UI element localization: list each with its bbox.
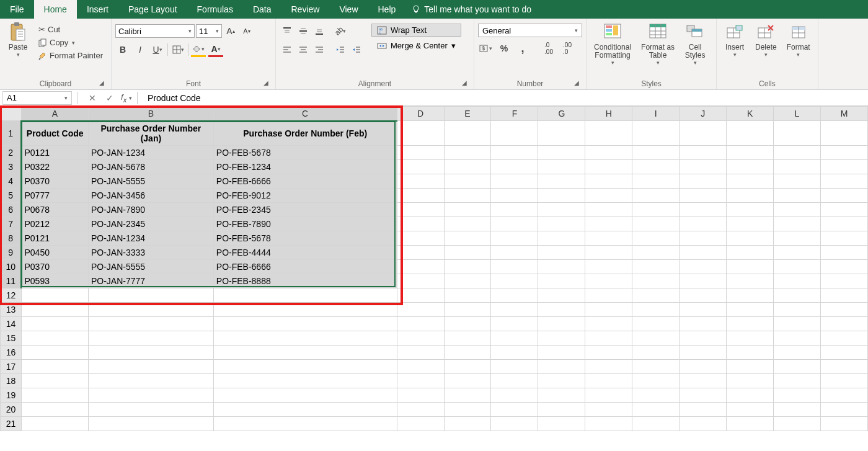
row-header-11[interactable]: 11 bbox=[1, 274, 22, 288]
row-header-4[interactable]: 4 bbox=[1, 174, 22, 189]
cell-D18[interactable] bbox=[397, 374, 444, 388]
cell-H16[interactable] bbox=[585, 346, 632, 360]
bold-button[interactable]: B bbox=[115, 42, 130, 57]
dialog-launcher-icon[interactable]: ◢ bbox=[460, 78, 469, 87]
cell-D15[interactable] bbox=[397, 331, 444, 346]
cell-F8[interactable] bbox=[491, 231, 538, 246]
cell-I5[interactable] bbox=[632, 189, 680, 203]
cell-M3[interactable] bbox=[820, 160, 867, 174]
cell-C15[interactable] bbox=[213, 331, 397, 346]
cell-A17[interactable] bbox=[21, 360, 88, 374]
cell-J13[interactable] bbox=[680, 303, 727, 317]
format-as-table-button[interactable]: Format as Table▾ bbox=[637, 21, 678, 67]
cell-D2[interactable] bbox=[397, 146, 444, 160]
cell-E2[interactable] bbox=[444, 146, 491, 160]
cell-K13[interactable] bbox=[727, 303, 774, 317]
row-header-20[interactable]: 20 bbox=[1, 403, 22, 417]
cell-F17[interactable] bbox=[491, 360, 538, 374]
cell-J15[interactable] bbox=[680, 331, 727, 346]
cell-E19[interactable] bbox=[444, 388, 491, 403]
row-header-16[interactable]: 16 bbox=[1, 346, 22, 360]
column-header-K[interactable]: K bbox=[727, 107, 774, 121]
cell-D14[interactable] bbox=[397, 317, 444, 331]
cell-M13[interactable] bbox=[820, 303, 867, 317]
cell-E9[interactable] bbox=[444, 246, 491, 260]
align-top-button[interactable] bbox=[280, 24, 294, 38]
cell-G21[interactable] bbox=[538, 417, 585, 431]
cell-G18[interactable] bbox=[538, 374, 585, 388]
cell-G12[interactable] bbox=[538, 288, 585, 303]
comma-style-button[interactable]: , bbox=[515, 41, 530, 56]
cell-B19[interactable] bbox=[88, 388, 213, 403]
cell-K21[interactable] bbox=[727, 417, 774, 431]
paste-button[interactable]: Paste ▾ bbox=[4, 21, 32, 59]
row-header-6[interactable]: 6 bbox=[1, 203, 22, 217]
enter-formula-button[interactable]: ✓ bbox=[101, 91, 118, 105]
cell-F11[interactable] bbox=[491, 274, 538, 288]
format-cells-button[interactable]: Format▾ bbox=[783, 21, 814, 59]
cell-G13[interactable] bbox=[538, 303, 585, 317]
cell-K6[interactable] bbox=[727, 203, 774, 217]
cell-M19[interactable] bbox=[820, 388, 867, 403]
accounting-format-button[interactable]: $▾ bbox=[478, 41, 493, 56]
tab-home[interactable]: Home bbox=[34, 0, 77, 19]
cell-C18[interactable] bbox=[213, 374, 397, 388]
cell-E6[interactable] bbox=[444, 203, 491, 217]
cell-A8[interactable]: P0121 bbox=[21, 231, 88, 246]
delete-cells-button[interactable]: Delete▾ bbox=[751, 21, 781, 59]
font-size-select[interactable]: 11▾ bbox=[196, 24, 222, 38]
cell-A3[interactable]: P0322 bbox=[21, 160, 88, 174]
cell-M9[interactable] bbox=[820, 246, 867, 260]
increase-font-button[interactable]: A▴ bbox=[223, 24, 238, 38]
cell-E13[interactable] bbox=[444, 303, 491, 317]
cell-B10[interactable]: PO-JAN-5555 bbox=[88, 260, 213, 274]
decrease-decimal-button[interactable]: .00.0 bbox=[560, 41, 575, 56]
cell-D5[interactable] bbox=[397, 189, 444, 203]
cell-C21[interactable] bbox=[213, 417, 397, 431]
cell-C19[interactable] bbox=[213, 388, 397, 403]
cell-L14[interactable] bbox=[774, 317, 821, 331]
format-painter-button[interactable]: Format Painter bbox=[35, 50, 107, 61]
cell-I11[interactable] bbox=[632, 274, 680, 288]
row-header-14[interactable]: 14 bbox=[1, 317, 22, 331]
cell-K19[interactable] bbox=[727, 388, 774, 403]
cell-I13[interactable] bbox=[632, 303, 680, 317]
row-header-1[interactable]: 1 bbox=[1, 121, 22, 146]
cell-F19[interactable] bbox=[491, 388, 538, 403]
cell-K5[interactable] bbox=[727, 189, 774, 203]
cell-M10[interactable] bbox=[820, 260, 867, 274]
decrease-indent-button[interactable] bbox=[333, 42, 348, 57]
cell-I16[interactable] bbox=[632, 346, 680, 360]
cell-J19[interactable] bbox=[680, 388, 727, 403]
cell-I1[interactable] bbox=[632, 121, 680, 146]
cell-K12[interactable] bbox=[727, 288, 774, 303]
cell-F2[interactable] bbox=[491, 146, 538, 160]
cell-C3[interactable]: PO-FEB-1234 bbox=[213, 160, 397, 174]
cell-I6[interactable] bbox=[632, 203, 680, 217]
font-color-button[interactable]: A▾ bbox=[208, 42, 223, 57]
align-middle-button[interactable] bbox=[296, 24, 311, 38]
column-header-I[interactable]: I bbox=[632, 107, 680, 121]
row-header-15[interactable]: 15 bbox=[1, 331, 22, 346]
cell-I17[interactable] bbox=[632, 360, 680, 374]
cell-M15[interactable] bbox=[820, 331, 867, 346]
row-header-21[interactable]: 21 bbox=[1, 417, 22, 431]
dialog-launcher-icon[interactable]: ◢ bbox=[97, 78, 106, 87]
cell-F16[interactable] bbox=[491, 346, 538, 360]
cell-B18[interactable] bbox=[88, 374, 213, 388]
cell-C11[interactable]: PO-FEB-8888 bbox=[213, 274, 397, 288]
cell-G15[interactable] bbox=[538, 331, 585, 346]
cell-J12[interactable] bbox=[680, 288, 727, 303]
row-header-19[interactable]: 19 bbox=[1, 388, 22, 403]
column-header-B[interactable]: B bbox=[88, 107, 213, 121]
tab-data[interactable]: Data bbox=[243, 0, 281, 19]
cell-L13[interactable] bbox=[774, 303, 821, 317]
cell-F10[interactable] bbox=[491, 260, 538, 274]
row-header-3[interactable]: 3 bbox=[1, 160, 22, 174]
cell-M14[interactable] bbox=[820, 317, 867, 331]
cell-F6[interactable] bbox=[491, 203, 538, 217]
cell-B13[interactable] bbox=[88, 303, 213, 317]
cell-B8[interactable]: PO-JAN-1234 bbox=[88, 231, 213, 246]
name-box[interactable]: A1▾ bbox=[2, 91, 72, 105]
row-header-12[interactable]: 12 bbox=[1, 288, 22, 303]
